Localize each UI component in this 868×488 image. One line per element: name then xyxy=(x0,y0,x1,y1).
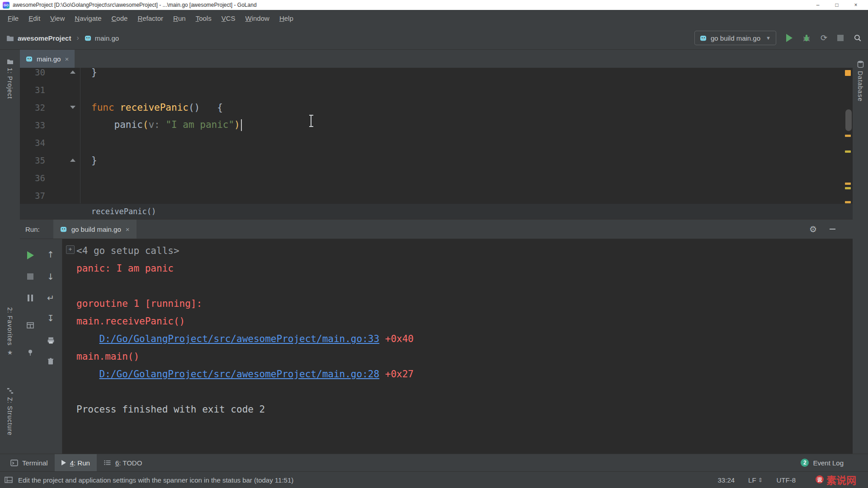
run-console[interactable]: + <4 go setup calls>panic: I am panicgor… xyxy=(62,239,853,454)
editor-gutter: 31 xyxy=(20,81,80,99)
close-tab-icon[interactable]: × xyxy=(126,225,130,233)
menu-file[interactable]: File xyxy=(3,14,24,22)
code-editor[interactable]: 30}3132func receivePanic() {33 panic(v: … xyxy=(20,68,853,203)
todo-list-icon xyxy=(104,460,111,466)
run-with-coverage-icon[interactable]: ⟳ xyxy=(821,33,827,43)
close-tab-icon[interactable]: × xyxy=(65,55,69,63)
warning-mark[interactable] xyxy=(845,150,851,153)
up-stack-trace-icon[interactable]: ↑ xyxy=(45,249,56,260)
toolwindow-todo[interactable]: 6: TODO xyxy=(97,454,149,471)
run-toolwindow: ↑ ↓ ↵ ↧ + <4 go setup calls>panic: I am … xyxy=(20,239,853,454)
code-line[interactable]: 34 xyxy=(20,134,853,151)
toolwindow-stripe-favorites[interactable]: 2: Favorites ★ xyxy=(0,307,20,356)
line-number: 35 xyxy=(20,155,45,165)
site-watermark: 说 素说网 xyxy=(816,472,856,487)
editor-gutter: 32 xyxy=(20,99,80,116)
line-number: 36 xyxy=(20,173,45,183)
run-tab-go-build[interactable]: go build main.go × xyxy=(53,220,137,239)
line-ending-widget[interactable]: LF ⇕ xyxy=(748,476,763,484)
warning-mark[interactable] xyxy=(845,187,851,189)
caret-position-widget[interactable]: 33:24 xyxy=(718,476,735,484)
menu-window[interactable]: Window xyxy=(241,14,274,22)
inspections-indicator[interactable] xyxy=(845,70,851,76)
toolwindow-stripe-project[interactable]: 1: Project xyxy=(0,59,20,99)
updown-arrows-icon: ⇕ xyxy=(758,477,763,483)
menu-edit[interactable]: Edit xyxy=(24,14,45,22)
run-label: Run: xyxy=(20,225,53,233)
fold-marker[interactable] xyxy=(70,159,75,162)
rerun-button[interactable] xyxy=(25,250,36,261)
menu-tools[interactable]: Tools xyxy=(191,14,217,22)
chevron-down-icon: ▼ xyxy=(766,35,771,41)
pin-tab-button[interactable] xyxy=(25,347,36,358)
warning-mark[interactable] xyxy=(845,183,851,185)
menu-help[interactable]: Help xyxy=(274,14,298,22)
code-line[interactable]: 37 xyxy=(20,187,853,203)
toolwindow-stripe-structure[interactable]: Z: Structure xyxy=(0,387,20,436)
soft-wrap-icon[interactable]: ↵ xyxy=(45,292,56,303)
code-line[interactable]: 32func receivePanic() { xyxy=(20,99,853,116)
code-line[interactable]: 35} xyxy=(20,151,853,169)
code-line[interactable]: 30} xyxy=(20,68,853,81)
stop-button[interactable] xyxy=(25,271,36,282)
go-file-icon xyxy=(85,35,91,42)
stripe-label: Database xyxy=(857,71,864,102)
toolwindow-terminal[interactable]: Terminal xyxy=(4,454,55,471)
close-window-icon[interactable]: × xyxy=(846,0,865,10)
watermark-icon: 说 xyxy=(816,475,824,483)
minimize-window-icon[interactable]: – xyxy=(808,0,827,10)
fold-marker[interactable] xyxy=(70,70,75,74)
title-bar: GO awesomeProject [D:\Go\GolangProject\s… xyxy=(0,0,868,10)
toolwindow-switcher-icon[interactable] xyxy=(5,477,13,483)
context-function[interactable]: receivePanic() xyxy=(91,207,156,216)
warning-mark[interactable] xyxy=(845,135,851,137)
settings-gear-icon[interactable]: ⚙ xyxy=(809,224,817,235)
toolwindow-run[interactable]: 4: Run xyxy=(55,454,97,471)
hide-toolwindow-icon[interactable] xyxy=(830,229,835,230)
toolwindow-event-log[interactable]: 2 Event Log xyxy=(801,459,864,467)
editor-gutter: 33 xyxy=(20,116,80,134)
code-line[interactable]: 31 xyxy=(20,81,853,99)
run-configuration-select[interactable]: go build main.go ▼ xyxy=(694,31,776,45)
editor-scrollbar[interactable] xyxy=(845,109,852,131)
restore-layout-button[interactable] xyxy=(25,320,36,331)
file-link[interactable]: D:/Go/GolangProject/src/awesomeProject/m… xyxy=(99,333,380,344)
menu-run[interactable]: Run xyxy=(168,14,191,22)
editor-gutter: 30 xyxy=(20,68,80,81)
menu-code[interactable]: Code xyxy=(107,14,133,22)
fold-marker[interactable] xyxy=(70,106,75,109)
menu-refactor[interactable]: Refactor xyxy=(132,14,168,22)
console-line: <4 go setup calls> xyxy=(76,242,853,259)
file-link[interactable]: D:/Go/GolangProject/src/awesomeProject/m… xyxy=(99,369,380,380)
menu-view[interactable]: View xyxy=(45,14,70,22)
breadcrumb-project[interactable]: awesomeProject xyxy=(18,34,71,42)
star-icon: ★ xyxy=(7,349,13,356)
menu-vcs[interactable]: VCS xyxy=(217,14,241,22)
stop-button[interactable] xyxy=(837,35,844,41)
search-icon[interactable] xyxy=(854,34,862,42)
scroll-to-end-icon[interactable]: ↧ xyxy=(45,313,56,324)
folder-icon xyxy=(7,59,14,65)
editor-tab-main-go[interactable]: main.go × xyxy=(20,50,75,68)
line-number: 33 xyxy=(20,120,45,130)
toolwindow-stripe-database[interactable]: Database xyxy=(853,61,868,102)
encoding-widget[interactable]: UTF-8 xyxy=(777,476,796,484)
code-line[interactable]: 33 panic(v: "I am panic") xyxy=(20,116,853,134)
console-line: panic: I am panic xyxy=(76,259,853,277)
code-line[interactable]: 36 xyxy=(20,169,853,187)
go-file-icon xyxy=(26,56,33,62)
status-bar: Edit the project and application setting… xyxy=(0,471,868,488)
maximize-window-icon[interactable]: □ xyxy=(827,0,846,10)
pause-output-button[interactable] xyxy=(25,292,36,303)
menu-navigate[interactable]: Navigate xyxy=(70,14,106,22)
breadcrumb-file[interactable]: main.go xyxy=(95,34,119,42)
debug-bug-icon[interactable] xyxy=(802,34,811,42)
console-line: goroutine 1 [running]: xyxy=(76,295,853,312)
run-button[interactable] xyxy=(786,34,793,42)
clear-console-trash-icon[interactable] xyxy=(45,356,56,366)
console-fold-icon[interactable]: + xyxy=(66,245,75,254)
goland-window: GO awesomeProject [D:\Go\GolangProject\s… xyxy=(0,0,868,488)
down-stack-trace-icon[interactable]: ↓ xyxy=(45,271,56,282)
print-icon[interactable] xyxy=(45,335,56,346)
console-line: main.receivePanic() xyxy=(76,312,853,330)
